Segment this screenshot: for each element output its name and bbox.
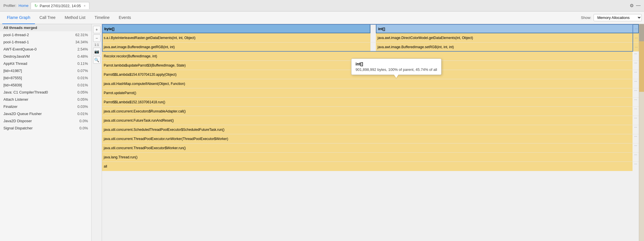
zoom-in-button[interactable]: + — [93, 26, 101, 33]
toolbar: Flame Graph Call Tree Method List Timeli… — [0, 11, 644, 24]
flame-row-16[interactable]: all ··· — [102, 162, 639, 171]
flame-row-1[interactable]: byte[] int[] ··· — [102, 24, 639, 33]
thread-name: [tid=41987] — [3, 69, 22, 73]
flame-row-4[interactable]: Recolor.recolor(BufferedImage, int) ··· — [102, 52, 639, 61]
thread-percent: 0.0% — [72, 119, 88, 123]
fit-button[interactable]: 1:1 — [95, 43, 99, 46]
row-dots-3[interactable]: ··· — [635, 45, 638, 49]
flame-cell-getraster[interactable]: s.a.i.ByteInterleavedRaster.getDataEleme… — [102, 33, 370, 42]
thread-percent: 0.0% — [72, 126, 88, 130]
flame-cell-computeifabsent[interactable]: java.util.HashMap.computeIfAbsent(Object… — [102, 79, 633, 88]
thread-name: Attach Listener — [3, 97, 28, 102]
thread-name: pool-1-thread-2 — [3, 33, 29, 37]
row-dots-10[interactable]: ··· — [633, 107, 639, 116]
flame-cell-lambda-update[interactable]: Parrot.lambda$updateParrot$3(BufferedIma… — [102, 61, 633, 70]
thread-item-tid41987[interactable]: [tid=41987] 0.07% — [0, 67, 91, 74]
thread-item-appkit[interactable]: AppKit Thread 0.11% — [0, 60, 91, 67]
thread-item-signal[interactable]: Signal Dispatcher 0.0% — [0, 125, 91, 132]
toolbar-right: Show: Memory Allocations CPU Time Wall T… — [581, 14, 642, 21]
thread-percent: 0.01% — [72, 83, 88, 87]
flame-cell-getrgb[interactable]: java.awt.image.BufferedImage.getRGB(int,… — [102, 42, 370, 51]
flame-cell-int[interactable]: int[] — [376, 24, 639, 33]
row-dots-5[interactable]: ··· — [633, 61, 639, 70]
flame-cell-setrgb[interactable]: java.awt.image.BufferedImage.setRGB(int,… — [376, 42, 639, 51]
row-dots-9[interactable]: ··· — [633, 98, 639, 106]
settings-icon[interactable]: ⚙ — [630, 3, 634, 8]
thread-item-tid45839[interactable]: [tid=45839] 0.01% — [0, 81, 91, 89]
flame-cell-all[interactable]: all — [102, 162, 633, 171]
row-dots-6[interactable]: ··· — [633, 70, 639, 79]
home-link[interactable]: Home — [19, 3, 29, 8]
flame-cell-runnableadapter[interactable]: java.util.concurrent.Executors$RunnableA… — [102, 107, 633, 116]
row-dots-16[interactable]: ··· — [633, 162, 639, 171]
flame-row-2[interactable]: s.a.i.ByteInterleavedRaster.getDataEleme… — [102, 33, 639, 42]
thread-item-java2ddisposer[interactable]: Java2D Disposer 0.0% — [0, 117, 91, 125]
flame-cell-scheduledfuturetask[interactable]: java.util.concurrent.ScheduledThreadPool… — [102, 125, 633, 134]
thread-name: [tid=45839] — [3, 83, 22, 87]
flame-row-15[interactable]: java.lang.Thread.run() ··· — [102, 153, 639, 162]
flame-cell-byte[interactable]: byte[] — [102, 24, 370, 33]
flame-cell-updateparrot[interactable]: Parrot.updateParrot() — [102, 88, 633, 97]
row-dots-7[interactable]: ··· — [633, 79, 639, 88]
tab-call-tree[interactable]: Call Tree — [35, 11, 60, 24]
row-dots-2a[interactable]: ··· — [635, 36, 638, 40]
flame-cell-futuretask[interactable]: java.util.concurrent.FutureTask.runAndRe… — [102, 116, 633, 125]
row-dots-1[interactable]: ··· — [635, 27, 638, 31]
flame-row-3[interactable]: java.awt.image.BufferedImage.getRGB(int,… — [102, 42, 639, 52]
flame-graph-area[interactable]: byte[] int[] ··· s.a.i.ByteInterleavedRa… — [102, 24, 639, 241]
row-dots-4[interactable]: ··· — [633, 52, 639, 61]
session-tab[interactable]: ↻ Parrot 27/01/2022, 14:05 × — [31, 2, 89, 9]
minimize-icon[interactable]: — — [636, 3, 641, 8]
flame-row-5[interactable]: Parrot.lambda$updateParrot$3(BufferedIma… — [102, 61, 639, 70]
flame-cell-worker-run[interactable]: java.util.concurrent.ThreadPoolExecutor$… — [102, 143, 633, 152]
capture-button[interactable]: 📷 — [93, 48, 101, 55]
thread-item-destroyjvm[interactable]: DestroyJavaVM 0.48% — [0, 53, 91, 60]
flame-cell-lambda154[interactable]: Parrot$$Lambda$154.670704120.apply(Objec… — [102, 70, 633, 79]
flame-row-14[interactable]: java.util.concurrent.ThreadPoolExecutor$… — [102, 143, 639, 153]
thread-item-c1compiler[interactable]: Java: C1 CompilerThread0 0.05% — [0, 89, 91, 96]
tab-events[interactable]: Events — [114, 11, 136, 24]
flame-cell-recolor[interactable]: Recolor.recolor(BufferedImage, int) — [102, 52, 633, 61]
thread-item-all[interactable]: All threads merged — [0, 24, 91, 31]
flame-row-10[interactable]: java.util.concurrent.Executors$RunnableA… — [102, 107, 639, 116]
flame-row-7[interactable]: java.util.HashMap.computeIfAbsent(Object… — [102, 79, 639, 88]
session-close-button[interactable]: × — [84, 4, 85, 7]
flame-cell-lambda152[interactable]: Parrot$$Lambda$152.1637061418.run() — [102, 98, 633, 106]
thread-item-java2dflusher[interactable]: Java2D Queue Flusher 0.01% — [0, 110, 91, 117]
thread-percent: 0.48% — [72, 54, 88, 59]
thread-name: Java2D Disposer — [3, 119, 32, 123]
flame-row-6[interactable]: Parrot$$Lambda$154.670704120.apply(Objec… — [102, 70, 639, 79]
thread-item-pool1thread1[interactable]: pool-1-thread-1 34.34% — [0, 38, 91, 46]
flame-row-9[interactable]: Parrot$$Lambda$152.1637061418.run() ··· — [102, 98, 639, 107]
flame-cell-runworker[interactable]: java.util.concurrent.ThreadPoolExecutor.… — [102, 134, 633, 143]
row-dots-11[interactable]: ··· — [633, 116, 639, 125]
thread-item-pool1thread2[interactable]: pool-1-thread-2 62.31% — [0, 31, 91, 38]
thread-name: Java: C1 CompilerThread0 — [3, 90, 48, 94]
row-dots-14[interactable]: ··· — [633, 143, 639, 152]
tab-timeline[interactable]: Timeline — [90, 11, 114, 24]
row-dots-8[interactable]: ··· — [633, 88, 639, 97]
tab-method-list[interactable]: Method List — [60, 11, 90, 24]
flame-row-8[interactable]: Parrot.updateParrot() ··· — [102, 88, 639, 98]
row-dots-12[interactable]: ··· — [633, 125, 639, 134]
thread-item-tid87555[interactable]: [tid=87555] 0.01% — [0, 74, 91, 81]
flame-row-13[interactable]: java.util.concurrent.ThreadPoolExecutor.… — [102, 134, 639, 143]
thread-name: AppKit Thread — [3, 61, 27, 66]
scrollbar-thumb[interactable] — [639, 24, 644, 41]
thread-item-finalizer[interactable]: Finalizer 0.03% — [0, 103, 91, 110]
title-bar: Profiler: Home ↻ Parrot 27/01/2022, 14:0… — [0, 0, 644, 11]
row-dots-15[interactable]: ··· — [633, 153, 639, 162]
thread-percent: 0.01% — [72, 112, 88, 116]
zoom-out-button[interactable]: − — [93, 34, 101, 42]
thread-item-awt[interactable]: AWT-EventQueue-0 2.54% — [0, 46, 91, 53]
search-button[interactable]: 🔍 — [93, 56, 101, 64]
flame-row-12[interactable]: java.util.concurrent.ScheduledThreadPool… — [102, 125, 639, 134]
flame-row-11[interactable]: java.util.concurrent.FutureTask.runAndRe… — [102, 116, 639, 125]
show-select[interactable]: Memory Allocations CPU Time Wall Time — [594, 14, 642, 21]
vertical-scrollbar[interactable] — [639, 24, 644, 241]
thread-item-attach[interactable]: Attach Listener 0.05% — [0, 96, 91, 103]
flame-cell-thread-run[interactable]: java.lang.Thread.run() — [102, 153, 633, 162]
row-dots-13[interactable]: ··· — [633, 134, 639, 143]
tab-flame-graph[interactable]: Flame Graph — [2, 11, 35, 24]
flame-cell-getdirectcolor[interactable]: java.awt.image.DirectColorModel.getDataE… — [376, 33, 639, 42]
